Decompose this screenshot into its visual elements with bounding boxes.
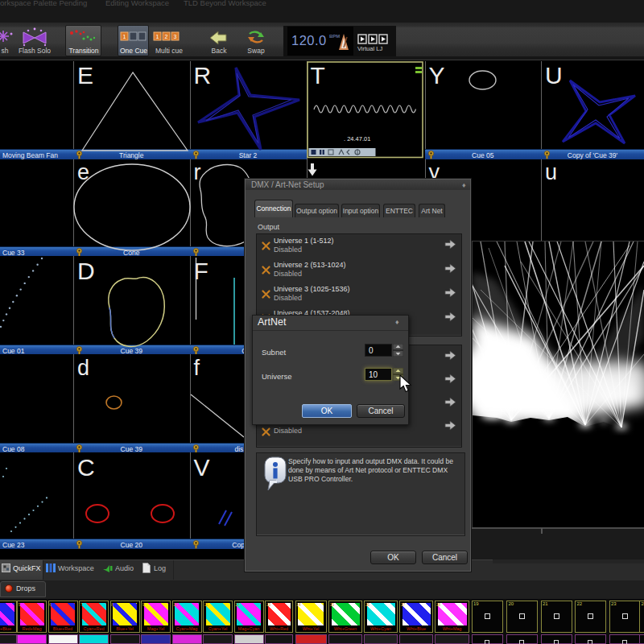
svg-text:. 24.47.01: . 24.47.01 bbox=[344, 135, 370, 142]
